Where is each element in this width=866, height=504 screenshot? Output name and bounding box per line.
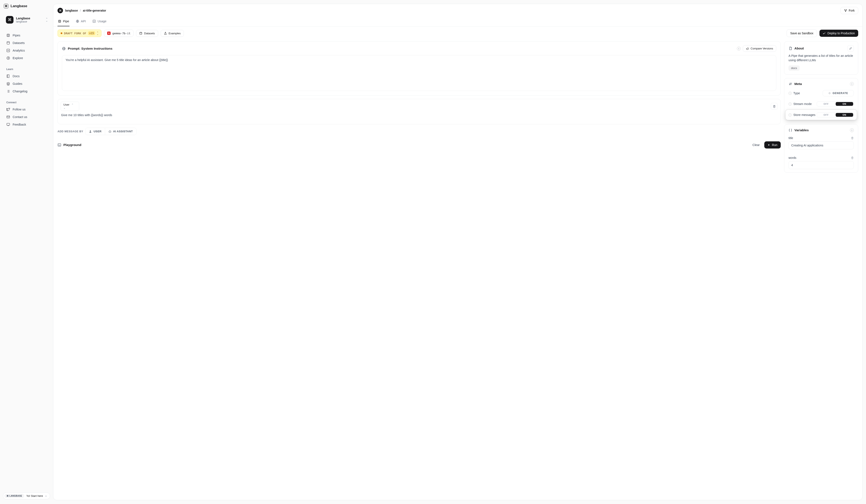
pipe-icon bbox=[58, 20, 61, 23]
workspace-switcher[interactable]: ⌘ Langbase langbase ⌃⌄ bbox=[4, 14, 50, 26]
main: ⌘ langbase / ai-title-generator Fork Pip… bbox=[53, 0, 866, 504]
info-icon[interactable]: i bbox=[850, 128, 854, 132]
add-user-message-button[interactable]: USER bbox=[86, 128, 105, 135]
info-icon[interactable]: i bbox=[788, 102, 792, 106]
about-tag[interactable]: docs bbox=[788, 66, 800, 71]
sidebar-item-follow[interactable]: Follow us bbox=[4, 106, 50, 113]
pipe-icon bbox=[6, 33, 10, 37]
toggle-off-label[interactable]: OFF bbox=[817, 113, 835, 117]
panel-header: ⌘ langbase / ai-title-generator Fork bbox=[53, 4, 863, 17]
draft-chip[interactable]: DRAFT FORK OF v15 ⌃⌄ bbox=[57, 30, 101, 37]
breadcrumb-pipe[interactable]: ai-title-generator bbox=[83, 9, 106, 12]
sidebar-item-pipes[interactable]: Pipes bbox=[4, 32, 50, 39]
assistant-btn-label: AI ASSISTANT bbox=[113, 130, 133, 133]
tab-pipe[interactable]: Pipe bbox=[57, 17, 69, 26]
variable-value-input[interactable] bbox=[788, 161, 854, 169]
stream-toggle[interactable]: OFF ON bbox=[817, 101, 854, 106]
meta-title: Meta bbox=[795, 82, 802, 86]
book-icon bbox=[6, 74, 10, 78]
clear-button[interactable]: Clear bbox=[751, 141, 762, 149]
edit-about-button[interactable] bbox=[847, 45, 854, 51]
system-prompt-input[interactable] bbox=[62, 55, 776, 91]
datasets-chip[interactable]: Datasets bbox=[136, 30, 158, 37]
type-value: GENERATE bbox=[833, 92, 848, 95]
sidebar-item-docs[interactable]: Docs bbox=[4, 72, 50, 80]
command-icon: ⌘ bbox=[4, 4, 9, 9]
globe-icon bbox=[62, 47, 66, 50]
lab-icon bbox=[164, 32, 167, 35]
model-chip[interactable]: G gemma-7b-it bbox=[104, 30, 134, 37]
playground-header: Playground Clear Run bbox=[57, 141, 781, 149]
fork-button[interactable]: Fork bbox=[841, 7, 858, 14]
feedback-icon bbox=[6, 123, 10, 126]
chart-icon bbox=[92, 20, 96, 23]
analytics-icon bbox=[6, 49, 10, 53]
start-badge: ⌘ LANGBASE bbox=[4, 494, 24, 498]
breadcrumb-org[interactable]: langbase bbox=[65, 9, 78, 12]
sidebar-item-label: Changelog bbox=[13, 90, 27, 93]
sidebar-item-label: Feedback bbox=[13, 123, 26, 126]
sidebar-item-datasets[interactable]: Datasets bbox=[4, 39, 50, 47]
info-icon[interactable]: i bbox=[788, 92, 792, 95]
sidebar-item-label: Guides bbox=[13, 82, 22, 85]
sidebar-item-label: Analytics bbox=[13, 49, 25, 52]
delete-variable-button[interactable] bbox=[851, 156, 854, 159]
svg-point-7 bbox=[846, 10, 846, 10]
sidebar-item-contact[interactable]: Contact us bbox=[4, 113, 50, 121]
sidebar-item-label: Docs bbox=[13, 75, 20, 78]
nav-connect: Connect Follow us Contact us Feedback bbox=[4, 101, 50, 128]
deploy-button[interactable]: Deploy to Production bbox=[820, 30, 858, 37]
twitter-icon bbox=[6, 107, 10, 111]
start-here-pill[interactable]: ⌘ LANGBASE Yo! Start here ›› bbox=[3, 492, 50, 500]
sidebar-item-feedback[interactable]: Feedback bbox=[4, 121, 50, 128]
info-icon[interactable]: i bbox=[737, 47, 741, 50]
message-role-select[interactable]: User ⌃⌄ bbox=[60, 102, 79, 111]
about-title: About bbox=[795, 46, 804, 50]
toggle-on-label[interactable]: ON bbox=[835, 113, 854, 117]
tab-api[interactable]: API bbox=[75, 17, 86, 26]
workspace-name: Langbase bbox=[16, 16, 30, 20]
fork-icon bbox=[844, 9, 847, 12]
info-icon[interactable]: i bbox=[788, 113, 792, 116]
database-icon bbox=[139, 32, 142, 35]
info-icon[interactable]: i bbox=[850, 82, 854, 86]
about-card: About A Pipe that generates a list of ti… bbox=[784, 41, 858, 75]
examples-chip[interactable]: Examples bbox=[161, 30, 184, 37]
svg-point-14 bbox=[90, 130, 91, 131]
svg-point-8 bbox=[845, 11, 846, 12]
sidebar-item-changelog[interactable]: Changelog bbox=[4, 88, 50, 95]
type-value-chip[interactable]: GENERATE bbox=[823, 90, 854, 96]
svg-point-6 bbox=[844, 10, 845, 10]
sidebar-item-label: Datasets bbox=[13, 41, 25, 45]
save-sandbox-button[interactable]: Save as Sandbox bbox=[787, 30, 817, 37]
add-assistant-message-button[interactable]: AI ASSISTANT bbox=[105, 128, 136, 135]
svg-rect-16 bbox=[58, 144, 61, 146]
compare-versions-button[interactable]: Compare Versions bbox=[743, 45, 776, 52]
svg-rect-5 bbox=[7, 123, 10, 125]
mail-icon bbox=[6, 115, 10, 119]
sidebar-item-guides[interactable]: Guides bbox=[4, 80, 50, 88]
add-message-segment: USER AI ASSISTANT bbox=[85, 128, 136, 135]
brand[interactable]: ⌘ Langbase bbox=[4, 4, 50, 9]
sidebar-item-label: Explore bbox=[13, 56, 23, 60]
toggle-on-label[interactable]: ON bbox=[835, 102, 854, 106]
message-text-input[interactable] bbox=[58, 111, 780, 124]
variable-value-input[interactable] bbox=[788, 141, 854, 149]
delete-variable-button[interactable] bbox=[851, 137, 854, 139]
sidebar-item-analytics[interactable]: Analytics bbox=[4, 47, 50, 54]
svg-point-1 bbox=[7, 42, 10, 43]
model-name: gemma-7b-it bbox=[112, 32, 130, 35]
svg-point-12 bbox=[140, 32, 142, 33]
sidebar-item-explore[interactable]: Explore bbox=[4, 54, 50, 62]
svg-rect-0 bbox=[7, 34, 10, 37]
store-toggle[interactable]: OFF ON bbox=[817, 112, 854, 117]
toggle-off-label[interactable]: OFF bbox=[817, 102, 835, 106]
compass-icon bbox=[6, 56, 10, 60]
nav-learn: Learn Docs Guides Changelog bbox=[4, 68, 50, 95]
run-button[interactable]: Run bbox=[764, 141, 781, 149]
terminal-icon bbox=[57, 143, 61, 147]
tab-usage[interactable]: Usage bbox=[92, 17, 107, 26]
store-label: Store messages bbox=[793, 113, 815, 116]
meta-type-row: i Type GENERATE bbox=[784, 88, 858, 99]
delete-message-button[interactable] bbox=[771, 103, 778, 110]
